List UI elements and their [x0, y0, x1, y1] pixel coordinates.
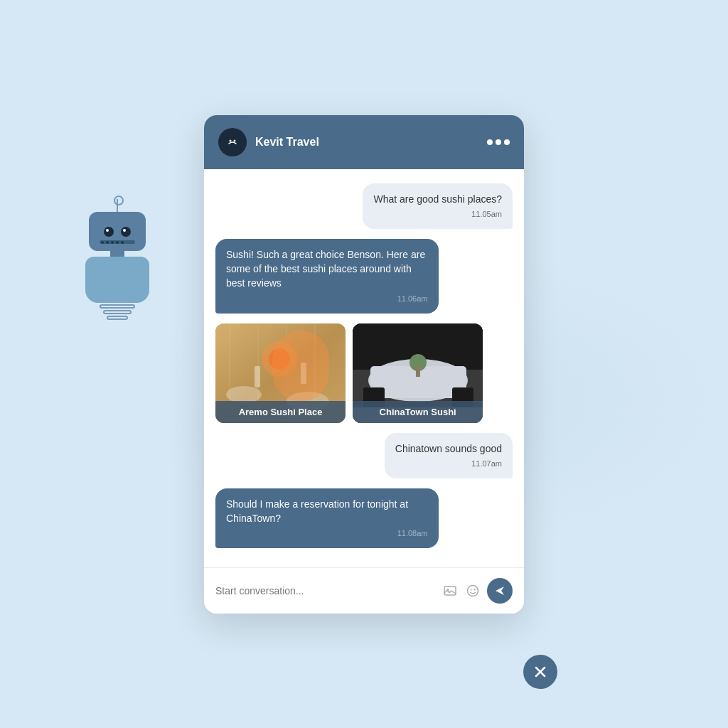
svg-point-28: [468, 585, 478, 596]
message-bot-2: Should I make a reservation for tonight …: [215, 488, 439, 549]
chat-header: Kevit Travel: [204, 115, 524, 169]
svg-point-1: [230, 139, 232, 141]
svg-point-30: [474, 589, 476, 590]
restaurant-cards: Aremo Sushi Place: [215, 323, 483, 423]
message-text-4: Should I make a reservation for tonight …: [226, 497, 428, 526]
chat-header-left: Kevit Travel: [218, 128, 319, 156]
chat-input[interactable]: [215, 585, 434, 596]
message-time-2: 11.06am: [226, 294, 428, 305]
chinatown-label: ChinaTown Sushi: [353, 401, 483, 423]
robot-antenna: [117, 199, 118, 212]
svg-rect-13: [255, 366, 260, 387]
input-icons: [441, 578, 513, 604]
chat-menu-dots[interactable]: [487, 139, 510, 145]
robot-body: [85, 257, 149, 303]
message-bot-1: Sushi! Such a great choice Benson. Here …: [215, 239, 439, 314]
card-chinatown-sushi[interactable]: ChinaTown Sushi: [353, 323, 483, 423]
dot-2: [496, 139, 501, 145]
svg-point-29: [471, 589, 472, 590]
robot-eye-left: [104, 227, 114, 237]
robot-mouth: [100, 240, 135, 244]
chat-input-area: [204, 567, 524, 614]
chat-avatar: [218, 128, 247, 156]
close-button[interactable]: [523, 655, 557, 689]
message-time-1: 11.05am: [373, 209, 502, 220]
card-aremo-sushi[interactable]: Aremo Sushi Place: [215, 323, 346, 423]
chat-messages: What are good sushi places? 11.05am Sush…: [204, 169, 524, 567]
svg-rect-14: [301, 363, 306, 384]
message-text-1: What are good sushi places?: [373, 192, 502, 206]
robot-eye-right: [121, 227, 131, 237]
dot-1: [487, 139, 493, 145]
message-time-4: 11.08am: [226, 528, 428, 540]
message-user-2: Chinatown sounds good 11.07am: [385, 433, 513, 478]
robot-head: [89, 212, 146, 251]
message-time-3: 11.07am: [395, 459, 502, 470]
chat-title: Kevit Travel: [255, 136, 319, 149]
svg-point-2: [234, 139, 236, 141]
chat-window: Kevit Travel What are good sushi places?…: [204, 115, 524, 614]
dot-3: [504, 139, 510, 145]
robot-neck: [110, 251, 124, 257]
message-user-1: What are good sushi places? 11.05am: [363, 183, 513, 229]
image-icon[interactable]: [441, 582, 459, 599]
robot-mascot: [85, 199, 149, 320]
message-text-2: Sushi! Such a great choice Benson. Here …: [226, 247, 428, 291]
svg-rect-23: [416, 366, 420, 377]
send-button[interactable]: [487, 578, 513, 604]
svg-point-10: [269, 348, 290, 370]
robot-base: [100, 303, 135, 320]
message-text-3: Chinatown sounds good: [395, 441, 502, 456]
aremo-label: Aremo Sushi Place: [215, 401, 346, 423]
emoji-icon[interactable]: [464, 582, 481, 599]
svg-point-9: [262, 341, 297, 377]
